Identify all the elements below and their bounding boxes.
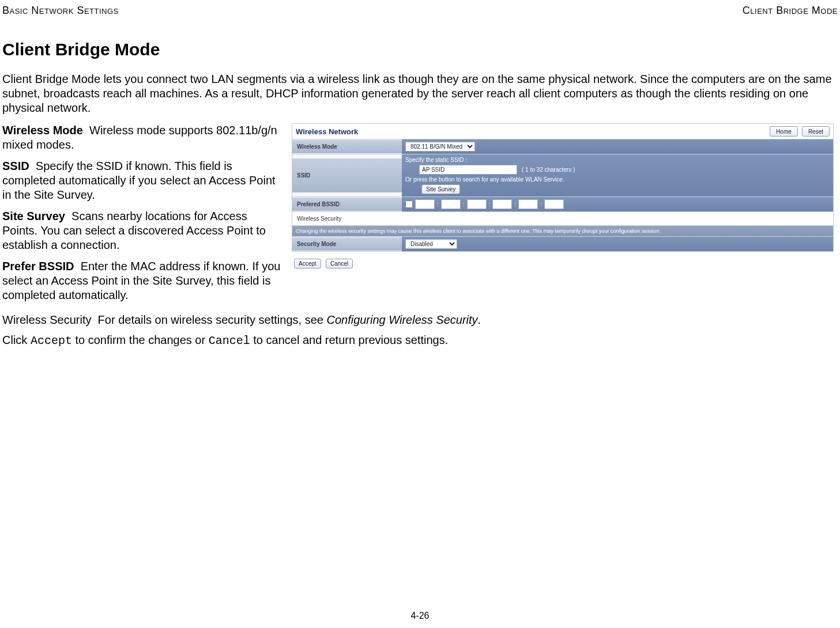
reset-button[interactable]: Reset — [802, 126, 830, 137]
page-number: 4-26 — [0, 611, 840, 621]
mac-3[interactable] — [467, 199, 487, 209]
def-wireless-security: Wireless Security For details on wireles… — [2, 313, 838, 327]
mac-1[interactable] — [415, 199, 435, 209]
cancel-button[interactable]: Cancel — [326, 259, 353, 268]
wireless-mode-label: Wireless Mode — [292, 140, 402, 153]
term: SSID — [2, 160, 29, 172]
prefered-bssid-label: Prefered BSSID — [292, 198, 402, 211]
home-button[interactable]: Home — [770, 126, 798, 137]
security-mode-select[interactable]: Disabled — [405, 239, 457, 249]
mac-5[interactable] — [518, 199, 538, 209]
desc-link: Configuring Wireless Security — [326, 313, 477, 326]
term: Prefer BSSID — [2, 260, 74, 273]
ssid-char-hint: ( 1 to 32 characters ) — [522, 167, 575, 173]
term: Wireless Security — [2, 313, 91, 326]
prefered-bssid-checkbox[interactable] — [405, 200, 413, 208]
site-survey-button[interactable]: Site Survey — [421, 184, 460, 194]
term: Site Survey — [2, 210, 65, 222]
ssid-input[interactable] — [419, 165, 517, 175]
mac-4[interactable] — [492, 199, 512, 209]
def-site-survey: Site Survey Scans nearby locations for A… — [2, 209, 285, 252]
security-change-note: Changing the wireless security settings … — [292, 225, 833, 236]
def-wireless-mode: Wireless Mode Wireless mode supports 802… — [2, 123, 285, 152]
term: Wireless Mode — [2, 124, 83, 137]
accept-code: Accept — [31, 334, 72, 347]
header-left: Basic Network Settings — [2, 5, 119, 17]
panel-title: Wireless Network — [296, 127, 358, 136]
page-title: Client Bridge Mode — [2, 40, 838, 59]
desc-prefix: For details on wireless security setting… — [98, 313, 327, 326]
desc: Specify the SSID if known. This field is… — [2, 160, 276, 201]
mac-2[interactable] — [441, 199, 461, 209]
intro-paragraph: Client Bridge Mode lets you connect two … — [2, 72, 838, 115]
wireless-security-header: Wireless Security — [292, 211, 833, 225]
accept-button[interactable]: Accept — [294, 259, 321, 268]
ssid-label: SSID — [292, 158, 402, 192]
security-mode-label: Security Mode — [292, 237, 402, 251]
confirm-line: Click Accept to confirm the changes or C… — [2, 333, 838, 348]
desc-suffix: . — [478, 313, 481, 326]
wireless-mode-select[interactable]: 802.11 B/G/N Mixed — [405, 142, 475, 152]
def-prefer-bssid: Prefer BSSID Enter the MAC address if kn… — [2, 259, 285, 302]
ssid-specify-text: Specify the static SSID : — [405, 157, 830, 163]
config-screenshot: Wireless Network Home Reset Wireless Mod… — [292, 123, 834, 252]
def-ssid: SSID Specify the SSID if known. This fie… — [2, 159, 285, 202]
ssid-press-text: Or press the button to search for any av… — [405, 176, 830, 183]
mac-6[interactable] — [544, 199, 564, 209]
header-right: Client Bridge Mode — [743, 5, 838, 17]
cancel-code: Cancel — [209, 334, 250, 347]
